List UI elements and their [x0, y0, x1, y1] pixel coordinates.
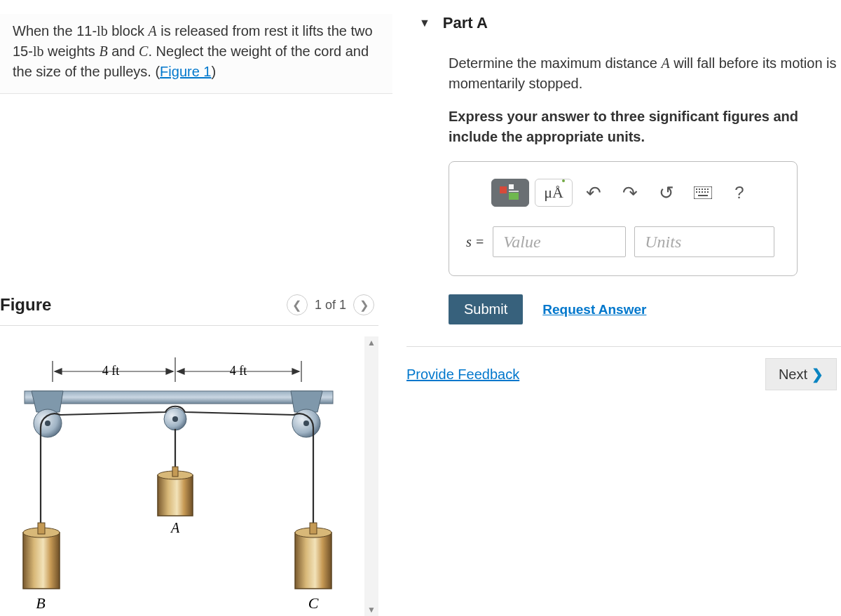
svg-rect-40 [702, 191, 703, 193]
svg-marker-4 [55, 369, 62, 374]
var-B: B [99, 43, 107, 59]
request-answer-link[interactable]: Request Answer [542, 302, 646, 317]
svg-rect-9 [25, 391, 333, 404]
part-title: Part A [443, 14, 488, 32]
label-A: A [170, 520, 180, 535]
variable-label: s = [466, 234, 484, 250]
precision-instruction: Express your answer to three significant… [449, 107, 841, 147]
keyboard-button[interactable] [688, 179, 718, 207]
part-header[interactable]: ▼ Part A [406, 0, 841, 53]
scroll-up-icon[interactable]: ▲ [367, 338, 376, 348]
figure-prev-button[interactable]: ❮ [287, 294, 308, 315]
svg-marker-7 [177, 369, 184, 374]
svg-rect-34 [699, 189, 700, 190]
figure-counter: 1 of 1 [315, 298, 346, 313]
next-button[interactable]: Next ❯ [765, 358, 837, 390]
provide-feedback-link[interactable]: Provide Feedback [406, 367, 519, 383]
svg-rect-42 [707, 191, 709, 193]
submit-button[interactable]: Submit [449, 294, 523, 324]
svg-rect-19 [158, 475, 193, 516]
svg-rect-41 [704, 191, 706, 193]
footer-row: Provide Feedback Next ❯ [406, 346, 841, 390]
var-A: A [148, 23, 156, 39]
dim-left: 4 ft [102, 364, 120, 378]
scroll-down-icon[interactable]: ▼ [367, 605, 376, 615]
svg-rect-27 [310, 523, 317, 534]
units-input[interactable]: Units [634, 226, 774, 257]
svg-rect-30 [509, 193, 519, 200]
unit-lb: lb [97, 23, 108, 39]
svg-rect-22 [23, 533, 60, 589]
figure-header: Figure ❮ 1 of 1 ❯ [0, 294, 378, 326]
problem-statement: When the 11-lb block A is released from … [0, 14, 392, 94]
figure-next-button[interactable]: ❯ [353, 294, 374, 315]
svg-rect-29 [509, 184, 514, 189]
value-input[interactable]: Value [493, 226, 626, 257]
units-button[interactable]: μÅ [535, 179, 573, 207]
svg-marker-8 [292, 369, 299, 374]
svg-marker-10 [32, 391, 63, 412]
svg-rect-28 [500, 186, 507, 193]
help-button[interactable]: ? [724, 179, 755, 207]
figure-nav: ❮ 1 of 1 ❯ [287, 294, 374, 315]
svg-rect-38 [696, 191, 697, 193]
svg-rect-35 [702, 189, 703, 190]
collapse-caret-icon[interactable]: ▼ [419, 17, 430, 29]
templates-button[interactable] [491, 179, 529, 207]
svg-point-17 [172, 416, 178, 422]
chevron-right-icon: ❯ [812, 366, 823, 383]
svg-rect-43 [698, 195, 708, 196]
figure-image: 4 ft 4 ft [0, 336, 364, 616]
svg-point-12 [45, 420, 50, 426]
svg-rect-25 [295, 533, 331, 589]
dim-right: 4 ft [230, 364, 247, 378]
svg-rect-33 [696, 189, 697, 190]
label-B: B [36, 594, 45, 612]
svg-rect-24 [38, 523, 45, 534]
redo-button[interactable]: ↷ [615, 179, 645, 207]
reset-button[interactable]: ↺ [651, 179, 682, 207]
svg-rect-36 [704, 189, 706, 190]
svg-rect-37 [707, 189, 709, 190]
figure-link[interactable]: Figure 1 [160, 64, 211, 79]
label-C: C [308, 594, 319, 612]
var-C: C [139, 43, 148, 59]
figure-scrollbar[interactable]: ▲ ▼ [364, 336, 378, 616]
problem-text: When the 11- [13, 23, 97, 39]
svg-marker-5 [166, 369, 173, 374]
svg-rect-21 [172, 467, 178, 477]
unit-lb: lb [33, 43, 44, 59]
answer-box: μÅ ↶ ↷ ↺ ? s = Value Units [449, 161, 798, 276]
svg-rect-39 [699, 191, 700, 193]
svg-point-15 [303, 420, 309, 426]
svg-marker-13 [291, 391, 322, 412]
figure-title: Figure [0, 295, 51, 315]
question-text: Determine the maximum distance A will fa… [449, 53, 841, 94]
undo-button[interactable]: ↶ [578, 179, 609, 207]
answer-toolbar: μÅ ↶ ↷ ↺ ? [462, 179, 784, 207]
